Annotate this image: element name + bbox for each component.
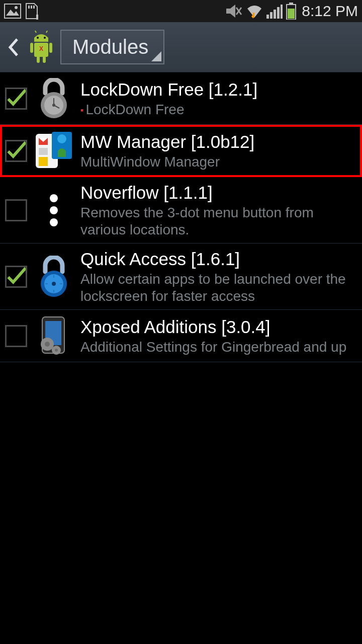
- module-title: MW Manager [1.0b12]: [80, 131, 358, 152]
- header-dropdown[interactable]: Modules: [60, 30, 164, 64]
- mute-icon: [225, 4, 242, 19]
- module-list: LockDown Free [1.2.1] LockDown Free MW M…: [0, 72, 362, 362]
- svg-marker-7: [226, 5, 235, 18]
- module-item-quick-access[interactable]: Quick Access [1.6.1] Allow certain apps …: [0, 244, 362, 310]
- module-desc: Removes the 3-dot menu button from vario…: [80, 204, 358, 238]
- app-header: X Modules: [0, 22, 362, 72]
- signal-icon: [266, 4, 283, 19]
- module-item-noverflow[interactable]: Noverflow [1.1.1] Removes the 3-dot menu…: [0, 177, 362, 244]
- android-icon[interactable]: X: [26, 30, 56, 65]
- svg-rect-19: [288, 9, 295, 19]
- svg-point-57: [45, 342, 50, 347]
- module-item-mw-manager[interactable]: MW Manager [1.0b12] MultiWindow Manager: [0, 125, 362, 177]
- svg-point-43: [50, 206, 58, 214]
- header-title: Modules: [72, 36, 148, 58]
- svg-rect-0: [5, 4, 21, 18]
- module-item-xposed-additions[interactable]: Xposed Additions [3.0.4] Additional Sett…: [0, 310, 362, 362]
- svg-rect-27: [37, 56, 40, 63]
- module-title: Xposed Additions [3.0.4]: [80, 316, 358, 338]
- svg-rect-25: [30, 43, 33, 53]
- svg-marker-1: [6, 10, 19, 16]
- gallery-icon: [4, 4, 21, 19]
- status-time: 8:12 PM: [302, 3, 358, 20]
- mw-manager-icon: [34, 131, 73, 171]
- svg-point-2: [15, 6, 18, 9]
- module-text: LockDown Free [1.2.1] LockDown Free: [80, 79, 358, 118]
- svg-point-44: [50, 218, 58, 226]
- module-text: Xposed Additions [3.0.4] Additional Sett…: [80, 316, 358, 356]
- svg-point-58: [55, 349, 58, 352]
- svg-rect-16: [281, 5, 283, 19]
- checkbox[interactable]: [5, 140, 27, 162]
- svg-point-47: [52, 282, 56, 286]
- module-text: MW Manager [1.0b12] MultiWindow Manager: [80, 131, 358, 171]
- status-bar: 8:12 PM: [0, 0, 362, 22]
- back-button[interactable]: [4, 37, 22, 57]
- svg-line-20: [35, 31, 36, 33]
- svg-rect-12: [266, 15, 269, 19]
- svg-point-42: [50, 194, 58, 202]
- svg-rect-28: [43, 56, 46, 63]
- lock-gray-icon: [34, 79, 73, 118]
- checkbox[interactable]: [5, 325, 27, 347]
- status-left: [4, 3, 39, 20]
- module-text: Quick Access [1.6.1] Allow certain apps …: [80, 249, 358, 304]
- wifi-icon: [245, 4, 263, 19]
- module-desc: Additional Settings for Gingerbread and …: [80, 339, 358, 356]
- svg-rect-13: [270, 12, 273, 19]
- module-desc: MultiWindow Manager: [80, 153, 358, 171]
- checkbox[interactable]: [5, 88, 27, 110]
- svg-rect-3: [28, 6, 30, 9]
- svg-rect-6: [36, 15, 38, 20]
- module-title: Noverflow [1.1.1]: [80, 182, 358, 203]
- svg-rect-41: [39, 148, 48, 155]
- status-right: 8:12 PM: [225, 3, 358, 20]
- svg-point-22: [37, 37, 39, 39]
- three-dots-icon: [34, 191, 73, 230]
- svg-rect-14: [274, 10, 276, 19]
- svg-rect-40: [39, 157, 48, 166]
- lock-blue-icon: [34, 257, 73, 296]
- svg-rect-15: [277, 7, 280, 19]
- svg-rect-26: [49, 43, 52, 53]
- battery-icon: [286, 3, 297, 20]
- sd-card-icon: [24, 3, 39, 20]
- svg-line-21: [46, 31, 48, 33]
- checkbox[interactable]: [5, 199, 27, 221]
- svg-text:X: X: [39, 45, 43, 52]
- xposed-additions-icon: [34, 316, 73, 356]
- svg-rect-4: [31, 6, 32, 9]
- module-item-lockdown-free[interactable]: LockDown Free [1.2.1] LockDown Free: [0, 72, 362, 125]
- svg-point-23: [44, 37, 46, 39]
- svg-rect-11: [253, 13, 254, 18]
- module-title: LockDown Free [1.2.1]: [80, 79, 358, 100]
- checkbox[interactable]: [5, 266, 27, 288]
- svg-point-37: [57, 134, 66, 143]
- svg-rect-5: [33, 6, 35, 9]
- module-desc: Allow certain apps to be launched over t…: [80, 271, 358, 304]
- module-desc: LockDown Free: [80, 101, 358, 118]
- module-text: Noverflow [1.1.1] Removes the 3-dot menu…: [80, 182, 358, 238]
- module-title: Quick Access [1.6.1]: [80, 249, 358, 270]
